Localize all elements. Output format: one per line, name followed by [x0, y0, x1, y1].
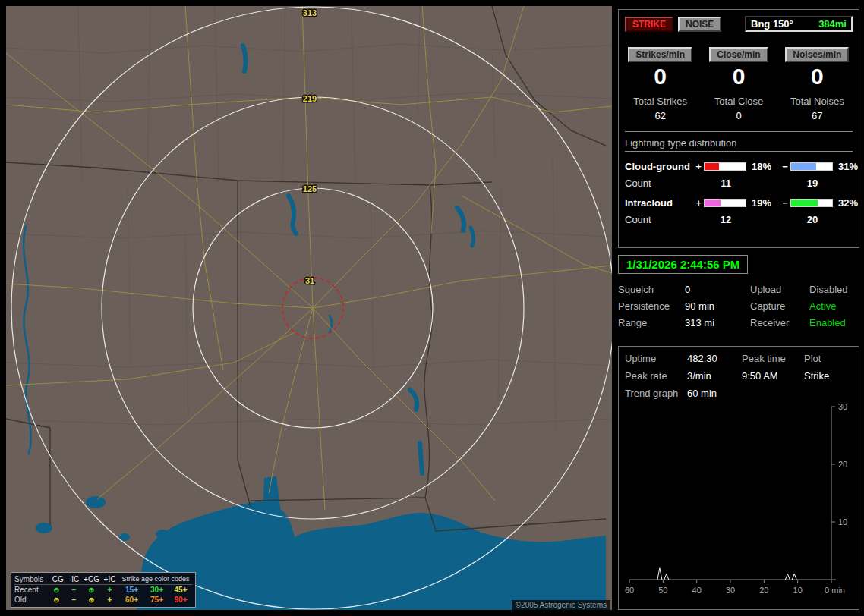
trend-graph-label: Trend graph: [625, 388, 687, 399]
total-labels-row: Total Strikes Total Close Total Noises: [625, 90, 853, 107]
age-75: 75+: [144, 595, 169, 605]
svg-text:20: 20: [759, 586, 768, 595]
lightning-map[interactable]: 313 219 125 31 Symbols -CG -IC +CG +IC S…: [6, 6, 612, 610]
legend-age-header: Strike age color codes: [119, 574, 192, 584]
plot-label: Plot: [804, 353, 853, 364]
x-axis-ticks: 6050403020100 min: [625, 580, 845, 595]
status-section: 1/31/2026 2:44:56 PM Squelch 0 Upload Di…: [618, 255, 859, 328]
ic-positive-pct: 19%: [748, 197, 780, 209]
total-noises-value: 67: [782, 110, 853, 121]
legend-header-row: Symbols -CG -IC +CG +IC Strike age color…: [14, 574, 192, 585]
svg-text:50: 50: [658, 586, 667, 595]
age-90: 90+: [169, 595, 192, 605]
old-pcg-icon: ⊕: [83, 595, 100, 605]
strike-spikes: [657, 568, 796, 580]
receiver-label: Receiver: [750, 317, 809, 328]
ic-positive-bar: [704, 199, 746, 207]
ic-negative-count: 20: [790, 214, 834, 225]
stats-grid: Uptime 482:30 Peak time Plot Peak rate 3…: [625, 353, 853, 399]
cg-positive-count: 11: [704, 178, 748, 189]
status-panel: STRIKE NOISE Bng 150° 384mi Strikes/min …: [618, 6, 859, 610]
noise-button[interactable]: NOISE: [678, 17, 721, 32]
upload-value: Disabled: [809, 284, 859, 295]
timestamp-display: 1/31/2026 2:44:56 PM: [618, 255, 748, 274]
copyright-text: ©2005 Astrogenic Systems: [512, 600, 610, 610]
cg-positive-bar: [704, 162, 746, 171]
recent-ncg-icon: ⊖: [48, 585, 65, 595]
legend-col-pic: +IC: [100, 574, 119, 584]
cloud-ground-row: Cloud-ground + 18% − 31%: [625, 159, 853, 174]
ring-label-31: 31: [305, 276, 314, 285]
map-canvas: 313 219 125 31: [6, 6, 612, 610]
settings-grid: Squelch 0 Upload Disabled Persistence 90…: [618, 284, 859, 328]
peak-time-label: Peak time: [742, 353, 804, 364]
total-noises-label: Total Noises: [782, 96, 853, 107]
divider: [625, 151, 853, 152]
strike-button[interactable]: STRIKE: [625, 17, 673, 32]
bearing-display: Bng 150° 384mi: [745, 16, 853, 32]
squelch-value: 0: [685, 284, 750, 295]
noises-per-min-value: 0: [782, 64, 853, 90]
intracloud-label: Intracloud: [625, 197, 693, 209]
peak-rate-label: Peak rate: [625, 370, 687, 382]
peak-time-value: 9:50 AM: [742, 370, 804, 382]
capture-label: Capture: [750, 300, 809, 312]
count-label: Count: [625, 214, 693, 225]
close-per-min-button[interactable]: Close/min: [709, 47, 768, 62]
legend-recent-label: Recent: [14, 585, 48, 595]
svg-text:10: 10: [793, 586, 803, 595]
y-axis-ticks: 302010: [831, 404, 847, 526]
plus-sign: +: [693, 197, 704, 209]
trend-graph-value: 60 min: [687, 388, 742, 399]
old-nic-icon: −: [65, 595, 83, 605]
cg-negative-count: 19: [790, 178, 834, 189]
squelch-label: Squelch: [618, 284, 685, 295]
bearing-value: 384mi: [818, 18, 847, 30]
age-60: 60+: [119, 595, 144, 605]
plot-value: Strike: [804, 370, 853, 382]
total-strikes-value: 62: [625, 110, 695, 121]
ring-label-125: 125: [303, 184, 317, 193]
plus-sign: +: [693, 161, 704, 172]
bearing-label: Bng 150°: [751, 18, 793, 30]
rate-values-row: 0 0 0: [625, 62, 853, 90]
minus-sign: −: [780, 197, 790, 209]
total-strikes-label: Total Strikes: [625, 96, 695, 107]
age-30: 30+: [144, 585, 169, 595]
age-15: 15+: [119, 585, 144, 595]
ic-negative-bar: [790, 199, 833, 207]
legend-col-nic: -IC: [65, 574, 83, 584]
peak-rate-value: 3/min: [687, 370, 742, 382]
svg-text:30: 30: [838, 404, 847, 411]
persistence-label: Persistence: [618, 300, 685, 312]
total-close-label: Total Close: [703, 96, 774, 107]
age-45: 45+: [169, 585, 192, 595]
cg-negative-pct: 31%: [834, 161, 860, 172]
strikes-per-min-value: 0: [625, 64, 695, 90]
svg-text:60: 60: [625, 586, 634, 595]
old-pic-icon: +: [100, 595, 119, 605]
total-values-row: 62 0 67: [625, 107, 853, 121]
trend-graph: 6050403020100 min 302010: [625, 404, 853, 599]
ic-negative-pct: 32%: [834, 197, 860, 209]
legend-recent-row: Recent ⊖ − ⊕ + 15+ 30+ 45+: [14, 585, 192, 595]
map-legend: Symbols -CG -IC +CG +IC Strike age color…: [11, 572, 196, 608]
intracloud-count-row: Count 12 20: [625, 211, 853, 228]
distribution-title: Lightning type distribution: [625, 137, 853, 149]
noises-per-min-button[interactable]: Noises/min: [785, 47, 849, 62]
capture-value: Active: [809, 300, 859, 312]
legend-old-label: Old: [14, 595, 48, 605]
intracloud-row: Intracloud + 19% − 32%: [625, 195, 853, 211]
ring-label-219: 219: [303, 94, 317, 103]
svg-text:30: 30: [726, 586, 735, 595]
mode-row: STRIKE NOISE Bng 150° 384mi: [625, 16, 853, 32]
legend-col-ncg: -CG: [48, 574, 65, 584]
legend-symbols-header: Symbols: [14, 574, 48, 584]
strikes-per-min-button[interactable]: Strikes/min: [628, 47, 692, 62]
ring-label-313: 313: [303, 8, 317, 17]
ic-positive-count: 12: [704, 214, 748, 225]
recent-pcg-icon: ⊕: [83, 585, 100, 595]
trend-box: Uptime 482:30 Peak time Plot Peak rate 3…: [618, 346, 859, 610]
range-label: Range: [618, 317, 685, 328]
rate-buttons-row: Strikes/min Close/min Noises/min: [625, 47, 853, 62]
